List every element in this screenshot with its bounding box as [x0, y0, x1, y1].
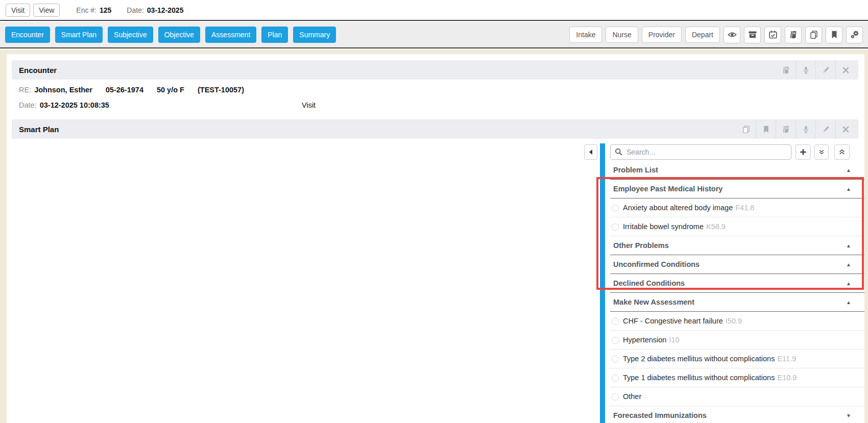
search-box: [610, 144, 791, 160]
microphone-icon[interactable]: [795, 60, 815, 80]
icd-code: I10: [669, 336, 679, 344]
chevron-down-icon[interactable]: ▼: [846, 406, 851, 423]
radio-circle[interactable]: [612, 375, 619, 382]
microphone-icon[interactable]: [795, 119, 815, 139]
radio-circle[interactable]: [612, 205, 619, 212]
expand-all-button[interactable]: [814, 144, 829, 160]
app-window: Visit View Enc #: 125 Date: 03-12-2025 E…: [0, 0, 868, 423]
top-bar: Visit View Enc #: 125 Date: 03-12-2025: [0, 0, 868, 21]
tab-subjective[interactable]: Subjective: [108, 27, 153, 43]
tab-assessment[interactable]: Assessment: [205, 27, 256, 43]
problem-item-ibs[interactable]: Irritable bowel syndrome K58.9: [610, 217, 864, 236]
problem-item-type1-diabetes[interactable]: Type 1 diabetes mellitus without complic…: [610, 368, 864, 387]
double-chevron-up-icon: [838, 148, 846, 156]
add-problem-button[interactable]: [795, 144, 811, 160]
depart-button[interactable]: Depart: [685, 27, 720, 43]
section-header-other-problems[interactable]: Other Problems ▲: [610, 236, 864, 255]
problem-label: Anxiety about altered body image: [610, 204, 733, 212]
radio-circle[interactable]: [612, 337, 619, 344]
section-label: Problem List: [610, 166, 658, 174]
book-icon[interactable]: [785, 27, 802, 43]
gears-icon[interactable]: [846, 27, 863, 43]
problem-label: Type 1 diabetes mellitus without complic…: [610, 374, 775, 382]
chevron-up-icon[interactable]: ▲: [846, 293, 851, 312]
nurse-button[interactable]: Nurse: [606, 27, 638, 43]
close-icon[interactable]: [835, 119, 855, 139]
book-icon[interactable]: [776, 60, 795, 80]
icd-code: F41.8: [735, 204, 754, 212]
provider-button[interactable]: Provider: [642, 27, 682, 43]
problem-item-chf[interactable]: CHF - Congestive heart failure I50.9: [610, 312, 864, 331]
calendar-check-icon[interactable]: [764, 27, 781, 43]
problem-item-other[interactable]: Other: [610, 387, 864, 406]
nav-bar: Encounter Smart Plan Subjective Objectiv…: [0, 22, 868, 48]
radio-circle[interactable]: [612, 318, 619, 325]
radio-circle[interactable]: [612, 393, 619, 401]
copy-icon[interactable]: [805, 27, 822, 43]
tab-smart-plan[interactable]: Smart Plan: [55, 27, 103, 43]
section-label: Declined Conditions: [610, 279, 685, 287]
chevron-up-icon[interactable]: ▲: [846, 236, 851, 255]
problem-label: Type 2 diabetes mellitus without complic…: [610, 355, 775, 363]
section-header-make-new-assessment[interactable]: Make New Assessment ▲: [610, 293, 864, 312]
icd-code: E10.9: [777, 374, 797, 382]
pencil-icon[interactable]: [815, 119, 835, 139]
triangle-left-icon: [589, 150, 592, 155]
intake-button[interactable]: Intake: [569, 27, 602, 43]
problem-label: Irritable bowel syndrome: [610, 222, 704, 231]
book-icon[interactable]: [776, 119, 795, 139]
smart-plan-section-actions: [736, 119, 858, 139]
problem-label: CHF - Congestive heart failure: [610, 317, 723, 325]
section-header-unconfirmed-conditions[interactable]: Unconfirmed Conditions ▲: [610, 255, 864, 274]
encounter-date-line: Date: 03-12-2025 10:08:35: [19, 101, 123, 109]
tab-plan[interactable]: Plan: [261, 27, 288, 43]
patient-mrn: (TEST-10057): [198, 86, 244, 94]
tab-objective[interactable]: Objective: [158, 27, 200, 43]
radio-circle[interactable]: [612, 356, 619, 363]
section-header-forecasted-immunizations[interactable]: Forecasted Immunizations ▼: [610, 406, 864, 423]
date-label: Date:: [19, 101, 37, 109]
archive-icon[interactable]: [744, 27, 761, 43]
chevron-up-icon[interactable]: ▲: [846, 180, 851, 198]
eye-icon[interactable]: [724, 27, 740, 43]
content-panel: Encounter RE:: [7, 54, 864, 423]
encounter-section-actions: [776, 60, 858, 80]
double-chevron-down-icon: [818, 148, 825, 156]
encounter-section-title: Encounter: [12, 66, 57, 74]
section-label: Forecasted Immunizations: [610, 411, 707, 419]
pencil-icon[interactable]: [815, 60, 835, 80]
close-icon[interactable]: [835, 60, 855, 80]
section-header-declined-conditions[interactable]: Declined Conditions ▲: [610, 274, 864, 293]
copy-icon[interactable]: [736, 119, 756, 139]
panel-collapse-button[interactable]: [584, 144, 597, 160]
problem-item-type2-diabetes[interactable]: Type 2 diabetes mellitus without complic…: [610, 350, 864, 368]
panel-accent-bar: [600, 143, 605, 423]
chevron-up-icon[interactable]: ▲: [846, 161, 851, 180]
patient-dob: 05-26-1974: [106, 86, 143, 94]
collapse-all-button[interactable]: [834, 144, 850, 160]
icd-code: K58.9: [706, 222, 726, 231]
bookmark-icon[interactable]: [826, 27, 842, 43]
problem-list-panel: Problem List ▲ Employee Past Medical His…: [610, 161, 864, 423]
problem-item-anxiety[interactable]: Anxiety about altered body image F41.8: [610, 198, 864, 217]
problem-item-hypertension[interactable]: Hypertension I10: [610, 331, 864, 350]
nav-tabs: Encounter Smart Plan Subjective Objectiv…: [5, 27, 336, 43]
section-header-problem-list[interactable]: Problem List ▲: [610, 161, 864, 180]
encounter-datetime: 03-12-2025 10:08:35: [40, 101, 109, 109]
section-label: Other Problems: [610, 241, 669, 250]
enc-date-value: 03-12-2025: [147, 6, 184, 14]
bookmark-icon[interactable]: [756, 119, 776, 139]
re-label: RE:: [19, 86, 31, 94]
chevron-up-icon[interactable]: ▲: [846, 255, 851, 274]
view-button[interactable]: View: [33, 4, 60, 17]
search-input[interactable]: [610, 144, 791, 160]
radio-circle[interactable]: [612, 223, 619, 231]
visit-button[interactable]: Visit: [6, 4, 30, 17]
encounter-meta: Enc #: 125 Date: 03-12-2025: [76, 6, 199, 14]
plus-icon: [799, 148, 807, 156]
section-header-employee-past-medical-history[interactable]: Employee Past Medical History ▲: [610, 180, 864, 198]
tab-encounter[interactable]: Encounter: [5, 27, 50, 43]
tab-summary[interactable]: Summary: [293, 27, 336, 43]
main-area: Encounter RE:: [0, 49, 868, 423]
chevron-up-icon[interactable]: ▲: [846, 274, 851, 293]
